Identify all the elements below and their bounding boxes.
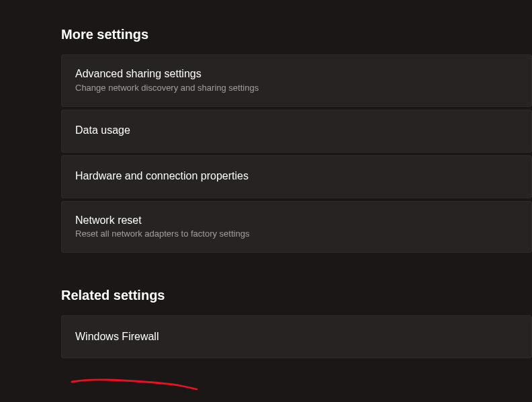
- card-title: Windows Firewall: [75, 330, 518, 344]
- network-reset-item[interactable]: Network reset Reset all network adapters…: [61, 201, 532, 253]
- hand-drawn-underline-annotation: [71, 376, 198, 394]
- windows-firewall-item[interactable]: Windows Firewall: [61, 315, 532, 358]
- more-settings-heading: More settings: [61, 27, 532, 42]
- card-title: Data usage: [75, 124, 518, 138]
- card-title: Advanced sharing settings: [75, 67, 518, 81]
- card-title: Hardware and connection properties: [75, 169, 518, 184]
- card-title: Network reset: [75, 214, 518, 228]
- data-usage-item[interactable]: Data usage: [61, 110, 532, 153]
- related-settings-heading: Related settings: [61, 288, 532, 303]
- hardware-connection-properties-item[interactable]: Hardware and connection properties: [61, 155, 532, 198]
- card-subtitle: Reset all network adapters to factory se…: [75, 229, 518, 240]
- advanced-sharing-settings-item[interactable]: Advanced sharing settings Change network…: [61, 54, 532, 107]
- card-subtitle: Change network discovery and sharing set…: [75, 83, 518, 94]
